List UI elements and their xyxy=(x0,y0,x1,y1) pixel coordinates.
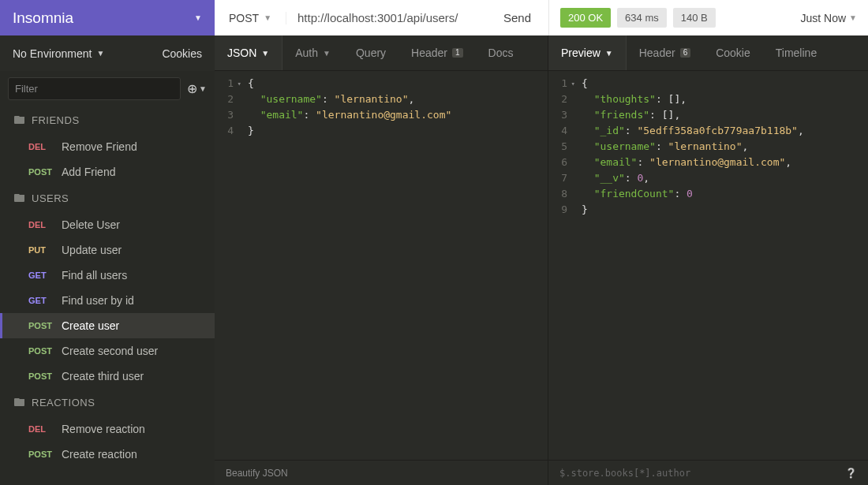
request-method: POST xyxy=(28,371,54,381)
header-count-badge: 6 xyxy=(680,48,691,58)
url-bar: POST ▼ Send 200 OK 634 ms 140 B Just Now… xyxy=(215,0,868,35)
request-method: GET xyxy=(28,270,54,280)
request-label: Remove Friend xyxy=(62,140,137,153)
request-item[interactable]: POSTCreate reaction xyxy=(0,442,215,467)
tab-preview[interactable]: Preview ▼ xyxy=(548,35,627,70)
request-item[interactable]: DELRemove Friend xyxy=(0,134,215,159)
history-selector[interactable]: Just Now ▼ xyxy=(801,12,857,24)
chevron-down-icon: ▼ xyxy=(264,13,271,22)
request-method: DEL xyxy=(28,220,54,229)
folder-icon xyxy=(14,397,25,409)
help-icon[interactable]: ❔ xyxy=(845,468,857,479)
request-label: Update user xyxy=(62,244,122,256)
chevron-down-icon: ▼ xyxy=(323,49,331,58)
history-label: Just Now xyxy=(801,12,847,24)
folder-label: FRIENDS xyxy=(32,114,80,126)
request-method: POST xyxy=(28,321,54,330)
request-method: POST xyxy=(28,450,54,459)
request-item[interactable]: DELRemove reaction xyxy=(0,416,215,442)
request-item[interactable]: POSTCreate third user xyxy=(0,364,215,389)
request-item[interactable]: POSTCreate user xyxy=(0,313,215,338)
request-label: Create second user xyxy=(62,345,158,357)
request-item[interactable]: PUTUpdate user xyxy=(0,237,215,263)
url-input[interactable] xyxy=(286,11,486,24)
request-item[interactable]: POSTAdd Friend xyxy=(0,159,215,185)
sidebar: Insomnia ▼ No Environment ▼ Cookies ⊕ ▼ … xyxy=(0,0,215,485)
request-method: POST xyxy=(28,167,54,177)
chevron-down-icon: ▼ xyxy=(199,84,207,93)
chevron-down-icon: ▼ xyxy=(605,49,613,58)
environment-bar: No Environment ▼ Cookies xyxy=(0,35,215,71)
method-label: POST xyxy=(229,12,259,24)
folder-reactions[interactable]: REACTIONS xyxy=(0,389,215,416)
response-footer: ❔ xyxy=(548,460,868,485)
request-label: Create user xyxy=(62,319,119,332)
response-tabs: Preview ▼ Header 6 Cookie Timeline xyxy=(548,35,868,71)
folder-label: REACTIONS xyxy=(32,397,95,409)
filter-bar: ⊕ ▼ xyxy=(0,71,215,106)
request-item[interactable]: GETFind all users xyxy=(0,263,215,288)
method-selector[interactable]: POST ▼ xyxy=(215,12,286,24)
tab-docs[interactable]: Docs xyxy=(476,35,526,70)
request-list: FRIENDSDELRemove FriendPOSTAdd FriendUSE… xyxy=(0,106,215,485)
filter-input[interactable] xyxy=(8,77,181,100)
size-badge: 140 B xyxy=(673,8,716,28)
request-item[interactable]: DELDelete User xyxy=(0,212,215,237)
request-label: Find all users xyxy=(62,269,127,282)
environment-label: No Environment xyxy=(13,47,92,60)
header-count-badge: 1 xyxy=(452,48,463,58)
chevron-down-icon: ▼ xyxy=(96,49,104,58)
tab-timeline[interactable]: Timeline xyxy=(763,35,829,70)
tab-body[interactable]: JSON ▼ xyxy=(215,35,282,70)
request-label: Find user by id xyxy=(62,294,134,307)
tab-header[interactable]: Header 1 xyxy=(398,35,475,70)
chevron-down-icon: ▼ xyxy=(261,49,269,58)
environment-selector[interactable]: No Environment ▼ xyxy=(13,47,104,60)
plus-circle-icon: ⊕ xyxy=(187,81,197,96)
response-body-viewer[interactable]: 123456789 { "thoughts": [], "friends": [… xyxy=(548,71,868,460)
request-footer: Beautify JSON xyxy=(215,460,548,485)
response-panel: Preview ▼ Header 6 Cookie Timeline 12345… xyxy=(548,35,868,485)
request-label: Remove reaction xyxy=(62,423,145,435)
request-method: DEL xyxy=(28,424,54,434)
status-badge: 200 OK xyxy=(560,8,611,28)
request-panel: JSON ▼ Auth ▼ Query Header 1 Docs 123 xyxy=(215,35,548,485)
jsonpath-filter-input[interactable] xyxy=(559,468,839,479)
send-button[interactable]: Send xyxy=(486,11,548,24)
beautify-button[interactable]: Beautify JSON xyxy=(226,468,288,479)
request-label: Create reaction xyxy=(62,448,137,461)
tab-response-header[interactable]: Header 6 xyxy=(627,35,703,70)
folder-icon xyxy=(14,114,25,126)
add-request-button[interactable]: ⊕ ▼ xyxy=(187,81,207,96)
app-header[interactable]: Insomnia ▼ xyxy=(0,0,215,35)
request-method: DEL xyxy=(28,142,54,151)
app-title: Insomnia xyxy=(13,9,73,27)
cookies-button[interactable]: Cookies xyxy=(162,47,202,60)
folder-friends[interactable]: FRIENDS xyxy=(0,106,215,134)
request-label: Delete User xyxy=(62,218,120,231)
request-label: Add Friend xyxy=(62,166,115,178)
tab-cookie[interactable]: Cookie xyxy=(703,35,763,70)
request-tabs: JSON ▼ Auth ▼ Query Header 1 Docs xyxy=(215,35,548,71)
request-method: GET xyxy=(28,296,54,305)
folder-users[interactable]: USERS xyxy=(0,185,215,212)
request-label: Create third user xyxy=(62,370,144,382)
tab-auth[interactable]: Auth ▼ xyxy=(282,35,343,70)
chevron-down-icon: ▼ xyxy=(849,13,857,22)
request-method: PUT xyxy=(28,245,54,255)
request-item[interactable]: POSTCreate second user xyxy=(0,338,215,364)
folder-icon xyxy=(14,192,25,204)
request-body-editor[interactable]: 1234 { "username": "lernantino", "email"… xyxy=(215,71,548,460)
tab-query[interactable]: Query xyxy=(343,35,398,70)
request-method: POST xyxy=(28,346,54,356)
request-item[interactable]: GETFind user by id xyxy=(0,288,215,313)
chevron-down-icon: ▼ xyxy=(194,13,202,22)
folder-label: USERS xyxy=(32,192,69,204)
time-badge: 634 ms xyxy=(617,8,667,28)
